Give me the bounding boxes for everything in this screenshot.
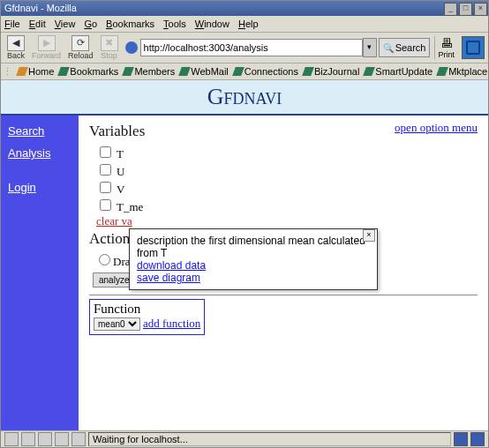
link-mktplace[interactable]: Mktplace [436,66,489,77]
status-compose-icon[interactable] [38,432,52,446]
link-members[interactable]: Members [122,66,177,77]
status-irc-icon[interactable] [71,432,86,446]
menu-bookmarks[interactable]: Bookmarks [106,19,154,29]
menu-bar: File Edit View Go Bookmarks Tools Window… [1,16,488,33]
sidebar-analysis[interactable]: Analysis [8,146,71,160]
var-tme[interactable]: T_me [96,197,478,214]
url-dropdown[interactable]: ▾ [363,38,377,57]
menu-window[interactable]: Window [195,19,229,29]
maximize-button[interactable]: □ [459,3,472,16]
var-v[interactable]: V [96,179,478,197]
close-button[interactable]: × [474,3,487,16]
link-connections[interactable]: Connections [232,66,300,77]
reload-button[interactable]: ⟳Reload [65,35,96,60]
menu-go[interactable]: Go [84,19,97,29]
var-u[interactable]: U [96,161,478,179]
window-title: Gfdnavi - Mozilla [4,1,77,16]
tooltip-close-icon[interactable]: × [363,229,375,242]
var-tme-checkbox[interactable] [100,199,111,211]
print-button[interactable]: 🖶Print [434,36,457,59]
stop-button[interactable]: ✖Stop [98,35,121,60]
status-mail-icon[interactable] [21,432,35,446]
toolbar: ◀Back ▶Forward ⟳Reload ✖Stop ▾ Search 🖶P… [1,33,488,63]
link-smartupdate[interactable]: SmartUpdate [363,66,434,77]
var-v-checkbox[interactable] [100,182,111,193]
throbber-icon [462,36,485,59]
add-function-link[interactable]: add function [143,317,200,330]
function-heading: Function [94,302,200,317]
var-t-checkbox[interactable] [100,146,111,158]
link-webmail[interactable]: WebMail [178,66,230,77]
window-titlebar: Gfdnavi - Mozilla _ □ × [1,1,488,16]
status-security-icon[interactable] [470,432,485,446]
tooltip-save-link[interactable]: save diagram [137,272,370,284]
personal-toolbar: ⋮ Home Bookmarks Members WebMail Connect… [1,63,488,80]
toolbar-handle[interactable]: ⋮ [3,66,12,78]
menu-help[interactable]: Help [238,19,259,29]
status-bar: Waiting for localhost... [1,430,488,447]
minimize-button[interactable]: _ [444,3,457,16]
var-u-checkbox[interactable] [100,164,111,175]
divider [89,295,478,295]
link-bookmarks[interactable]: Bookmarks [57,66,120,77]
variables-list: T U V T_me clear va [89,144,478,228]
status-addr-icon[interactable] [55,432,69,446]
sidebar-search[interactable]: Search [8,124,71,138]
forward-button[interactable]: ▶Forward [29,35,64,60]
menu-tools[interactable]: Tools [163,19,186,29]
tooltip-description: description the first dimensional mean c… [137,235,370,259]
status-text: Waiting for localhost... [88,432,451,446]
function-select[interactable]: mean0 [94,317,140,331]
sidebar-login[interactable]: Login [8,181,71,194]
sidebar: Search Analysis Login [1,116,79,441]
status-nav-icon[interactable] [4,432,19,446]
link-home[interactable]: Home [16,66,56,77]
tooltip-download-link[interactable]: download data [137,259,370,272]
open-option-link[interactable]: open option menu [395,121,478,135]
status-online-icon[interactable] [454,432,468,446]
menu-edit[interactable]: Edit [29,19,46,29]
function-box: Function mean0 add function [89,299,205,335]
var-t[interactable]: T [96,144,478,161]
app-title: Gfdnavi [1,80,488,116]
url-input[interactable] [140,39,363,56]
menu-view[interactable]: View [55,19,76,29]
menu-file[interactable]: File [4,19,20,29]
clear-variables-link[interactable]: clear va [96,214,132,228]
tooltip-popup: × description the first dimensional mean… [129,228,378,290]
back-button[interactable]: ◀Back [4,35,27,60]
page-content: Gfdnavi Search Analysis Login open optio… [1,80,488,441]
search-button[interactable]: Search [379,38,431,57]
globe-icon [125,41,138,54]
link-bizjournal[interactable]: BizJournal [302,66,361,77]
action-draw-radio[interactable] [99,254,110,265]
